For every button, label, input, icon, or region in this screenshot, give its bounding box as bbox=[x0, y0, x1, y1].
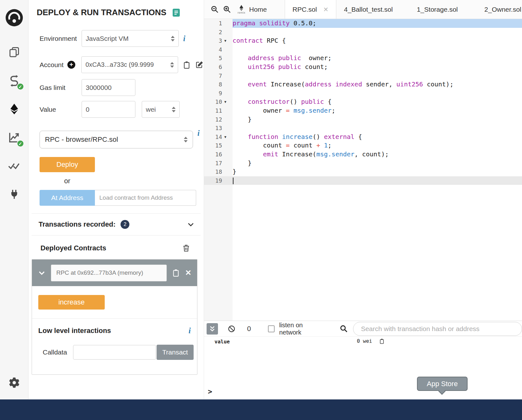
code-line[interactable]: 1pragma solidity 0.5.0; bbox=[204, 19, 522, 28]
value-unit-select[interactable]: wei bbox=[142, 101, 180, 118]
code-line[interactable]: 13 bbox=[204, 124, 522, 133]
code-line[interactable]: 9 bbox=[204, 89, 522, 98]
line-number-gutter: 3▾ bbox=[204, 36, 233, 45]
compile-success-badge: ✓ bbox=[17, 83, 24, 90]
at-address-button[interactable]: At Address bbox=[40, 190, 95, 206]
environment-label: Environment bbox=[40, 35, 82, 42]
value-label: Value bbox=[40, 106, 82, 113]
settings-gear-icon[interactable] bbox=[9, 377, 20, 388]
copy-value-icon[interactable] bbox=[379, 338, 385, 344]
code-editor[interactable]: 1pragma solidity 0.5.0;23▾contract RPC {… bbox=[204, 19, 522, 321]
file-explorer-icon[interactable] bbox=[7, 45, 21, 59]
terminal-search-input[interactable] bbox=[353, 322, 522, 336]
deploy-button[interactable]: Deploy bbox=[40, 157, 95, 172]
line-number-gutter: 4 bbox=[204, 45, 233, 54]
tab-home[interactable]: remix Home bbox=[233, 0, 271, 19]
code-line[interactable]: 8 event Increase(address indexed sender,… bbox=[204, 80, 522, 89]
editor-tabbar: remix Home RPC.sol ✕ 4_Ballot_test.sol 1… bbox=[204, 0, 522, 19]
listen-network-label: listen on network bbox=[279, 322, 324, 336]
analysis-icon[interactable]: ✓ bbox=[7, 130, 21, 144]
copy-account-icon[interactable] bbox=[183, 61, 191, 69]
listen-network-checkbox[interactable] bbox=[268, 325, 275, 332]
fold-arrow-icon[interactable]: ▾ bbox=[224, 133, 233, 141]
code-line[interactable]: 15 count = count + 1; bbox=[204, 141, 522, 150]
deployed-contract-card: RPC at 0x692...77b3A (memory) ✕ increase… bbox=[32, 259, 197, 375]
line-number-gutter: 16 bbox=[204, 150, 233, 159]
calldata-input[interactable] bbox=[73, 345, 156, 360]
expand-terminal-button[interactable] bbox=[207, 323, 218, 335]
panel-title: DEPLOY & RUN TRANSACTIONS bbox=[37, 8, 166, 17]
deployed-contract-name: RPC at 0x692...77b3A (memory) bbox=[51, 265, 167, 281]
code-line[interactable]: 10▾ constructor() public { bbox=[204, 97, 522, 106]
at-address-input[interactable] bbox=[95, 190, 196, 206]
line-number-gutter: 13 bbox=[204, 124, 233, 133]
line-number-gutter: 17 bbox=[204, 159, 233, 168]
code-line[interactable]: 12 } bbox=[204, 115, 522, 124]
code-line[interactable]: 18} bbox=[204, 167, 522, 176]
copy-address-icon[interactable] bbox=[172, 269, 180, 277]
calldata-label: Calldata bbox=[43, 348, 73, 356]
gas-limit-input[interactable] bbox=[82, 79, 135, 96]
line-number-gutter: 18 bbox=[204, 167, 233, 176]
code-line[interactable]: 14▾ function increase() external { bbox=[204, 133, 522, 141]
remix-mini-logo-icon: remix bbox=[238, 5, 245, 14]
collapse-chevron-icon[interactable] bbox=[38, 269, 46, 277]
zoom-out-icon[interactable] bbox=[210, 5, 219, 14]
plugin-manager-icon[interactable] bbox=[7, 187, 21, 201]
environment-info-icon[interactable]: i bbox=[183, 34, 185, 43]
docs-icon[interactable] bbox=[171, 8, 181, 17]
code-line[interactable]: 11 owner = msg.sender; bbox=[204, 106, 522, 115]
remix-ide: ✓ ✓ bbox=[0, 0, 522, 420]
line-number-gutter: 15 bbox=[204, 141, 233, 150]
deployed-contracts-label: Deployed Contracts bbox=[40, 244, 106, 252]
code-line[interactable]: 7 bbox=[204, 72, 522, 80]
code-line[interactable]: 4 bbox=[204, 45, 522, 54]
deployed-contract-header: RPC at 0x692...77b3A (memory) ✕ bbox=[32, 260, 197, 286]
code-line[interactable]: 3▾contract RPC { bbox=[204, 36, 522, 45]
line-number-gutter: 7 bbox=[204, 72, 233, 80]
tab-rpc-sol[interactable]: RPC.sol ✕ bbox=[285, 0, 337, 19]
chevron-down-icon[interactable] bbox=[187, 220, 195, 229]
code-line[interactable]: 2 bbox=[204, 28, 522, 37]
transactions-count-badge: 2 bbox=[121, 220, 129, 229]
tab-storage-sol[interactable]: 1_Storage.sol bbox=[409, 0, 465, 19]
tab-ballot-test-sol[interactable]: 4_Ballot_test.sol bbox=[336, 0, 400, 19]
clear-console-icon[interactable] bbox=[227, 325, 236, 333]
fold-arrow-icon[interactable]: ▾ bbox=[224, 97, 233, 106]
unit-testing-icon[interactable] bbox=[7, 159, 21, 173]
zoom-in-icon[interactable] bbox=[223, 5, 231, 14]
deploy-run-icon[interactable] bbox=[7, 102, 21, 116]
code-lines: 1pragma solidity 0.5.0;23▾contract RPC {… bbox=[204, 19, 522, 185]
contract-info-icon[interactable]: i bbox=[197, 129, 200, 138]
terminal-detail-row: value 0 wei bbox=[204, 337, 522, 348]
line-number-gutter: 12 bbox=[204, 115, 233, 124]
add-account-icon[interactable]: + bbox=[67, 61, 75, 69]
solidity-compiler-icon[interactable]: ✓ bbox=[7, 73, 21, 87]
contract-select[interactable]: RPC - browser/RPC.sol bbox=[40, 131, 193, 148]
code-line[interactable]: 5 address public owner; bbox=[204, 54, 522, 63]
low-level-interactions-label: Low level interactions bbox=[38, 327, 111, 335]
terminal-prompt[interactable]: > bbox=[208, 387, 212, 396]
remix-logo-icon[interactable] bbox=[5, 8, 24, 27]
account-select[interactable]: 0xCA3...a733c (99.9999 bbox=[81, 56, 178, 73]
low-level-info-icon[interactable]: i bbox=[189, 326, 191, 335]
value-input[interactable] bbox=[82, 101, 135, 118]
increase-function-button[interactable]: increase bbox=[38, 295, 105, 310]
line-number-gutter: 1 bbox=[204, 19, 233, 28]
transact-button[interactable]: Transact bbox=[157, 345, 194, 360]
environment-select[interactable]: JavaScript VM bbox=[82, 30, 179, 47]
edit-account-icon[interactable] bbox=[195, 60, 204, 69]
close-tab-icon[interactable]: ✕ bbox=[323, 6, 329, 13]
close-contract-icon[interactable]: ✕ bbox=[185, 268, 191, 277]
transactions-recorded-label: Transactions recorded: bbox=[39, 220, 115, 229]
code-line[interactable]: 17 } bbox=[204, 159, 522, 168]
code-line[interactable]: 16 emit Increase(msg.sender, count); bbox=[204, 150, 522, 159]
code-line[interactable]: 6 uint256 public count; bbox=[204, 63, 522, 72]
fold-arrow-icon[interactable]: ▾ bbox=[224, 36, 233, 45]
select-arrows-icon bbox=[171, 36, 175, 41]
pending-tx-count: 0 bbox=[247, 325, 251, 333]
bottom-bar bbox=[0, 399, 522, 420]
trash-icon[interactable] bbox=[182, 244, 190, 252]
tab-owner-sol[interactable]: 2_Owner.sol bbox=[477, 0, 522, 19]
code-line[interactable]: 19 bbox=[204, 176, 522, 185]
